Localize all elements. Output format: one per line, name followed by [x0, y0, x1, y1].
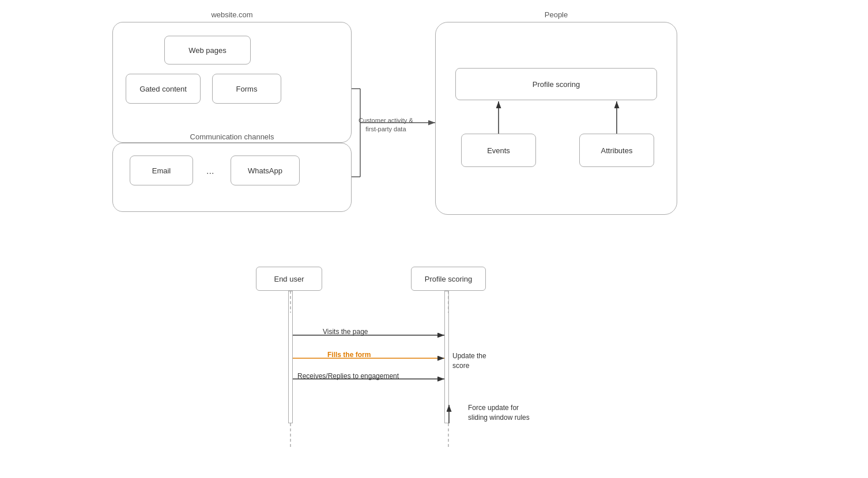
attributes-box: Attributes [579, 134, 654, 167]
dots-label: ... [206, 166, 214, 176]
events-label: Events [487, 146, 510, 155]
forms-box: Forms [212, 74, 281, 104]
profile-scoring-label-bottom: Profile scoring [425, 275, 472, 283]
visits-page-label: Visits the page [323, 328, 368, 336]
email-label: Email [152, 166, 171, 175]
attributes-label: Attributes [601, 146, 633, 155]
end-user-label: End user [274, 275, 304, 283]
force-update-label: Force update for sliding window rules [468, 403, 530, 423]
people-outer-box [435, 22, 677, 215]
gated-label: Gated content [139, 85, 187, 93]
website-label: website.com [112, 10, 352, 19]
webpages-label: Web pages [188, 46, 227, 55]
profile-scoring-label: Profile scoring [533, 80, 580, 89]
gated-content-box: Gated content [126, 74, 201, 104]
whatsapp-label: WhatsApp [248, 166, 282, 175]
comm-label: Communication channels [112, 132, 352, 141]
fills-form-label: Fills the form [327, 351, 371, 359]
people-label: People [435, 10, 677, 19]
webpages-box: Web pages [164, 36, 251, 65]
end-user-box: End user [256, 267, 322, 291]
email-box: Email [130, 155, 193, 185]
events-box: Events [461, 134, 536, 167]
whatsapp-box: WhatsApp [231, 155, 300, 185]
end-user-lifeline [288, 291, 293, 423]
receives-label: Receives/Replies to engagement [297, 372, 399, 380]
profile-scoring-box-bottom: Profile scoring [411, 267, 486, 291]
profile-scoring-lifeline [444, 291, 449, 423]
forms-label: Forms [236, 85, 258, 93]
profile-scoring-box: Profile scoring [455, 68, 657, 100]
update-score-label: Update the score [452, 351, 486, 371]
customer-activity-label: Customer activity & first-party data [358, 116, 413, 134]
